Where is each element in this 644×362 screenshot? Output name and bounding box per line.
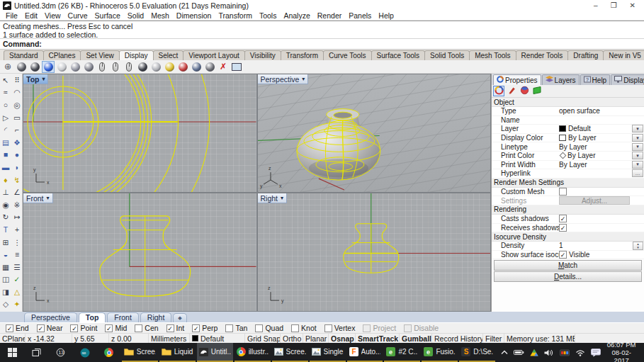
osnap-toggle-int[interactable]: ✓Int xyxy=(166,324,185,332)
menu-tools[interactable]: Tools xyxy=(256,11,281,20)
toolbar-tab-cplanes[interactable]: CPlanes xyxy=(43,50,81,60)
left-tool-icon-24[interactable]: T xyxy=(0,223,11,236)
viewport-tab-perspective[interactable]: Perspective xyxy=(24,312,77,322)
left-tool-icon-35[interactable]: △ xyxy=(11,285,23,298)
osnap-checkbox-mid[interactable]: ✓ xyxy=(105,324,113,332)
viewport-label-perspective[interactable]: Perspective▾ xyxy=(258,74,309,84)
drive-sync-icon[interactable] xyxy=(530,349,538,356)
osnap-toggle-point[interactable]: ✓Point xyxy=(70,324,97,332)
status-grid-snap[interactable]: Grid Snap xyxy=(245,334,281,343)
left-tool-icon-11[interactable]: ❖ xyxy=(11,136,23,149)
ellipsis-button[interactable]: … xyxy=(632,169,643,177)
status-record-history[interactable]: Record History xyxy=(432,334,483,343)
osnap-toggle-quad[interactable]: Quad xyxy=(255,324,283,332)
left-tool-icon-37[interactable]: ✦ xyxy=(11,298,23,311)
battery-icon[interactable] xyxy=(514,349,524,356)
command-history[interactable]: Creating meshes... Press Esc to cancel 1… xyxy=(0,21,644,39)
viewport-label-top[interactable]: Top▾ xyxy=(23,74,48,84)
volume-icon[interactable] xyxy=(544,349,554,356)
toolbar-tab-solid-tools[interactable]: Solid Tools xyxy=(424,50,470,60)
menu-transform[interactable]: Transform xyxy=(215,11,255,20)
left-tool-icon-26[interactable]: ⊞ xyxy=(0,236,11,249)
osnap-toggle-vertex[interactable]: Vertex xyxy=(324,324,356,332)
menu-analyze[interactable]: Analyze xyxy=(280,11,313,20)
panel-tab-properties[interactable]: Properties xyxy=(493,74,541,85)
panel-tab-display[interactable]: Display xyxy=(611,74,644,85)
chrome-launcher-icon[interactable] xyxy=(97,343,121,362)
taskbar-folder-liquid[interactable]: Liquid... xyxy=(159,343,196,362)
osnap-checkbox-tan[interactable] xyxy=(225,324,233,332)
status-cplane[interactable]: CPlane xyxy=(0,334,26,343)
left-tool-icon-7[interactable]: ▭ xyxy=(11,111,23,124)
viewport-label-front[interactable]: Front▾ xyxy=(23,193,53,203)
dropdown-button[interactable]: ▾ xyxy=(632,152,643,159)
status-gumball[interactable]: Gumball xyxy=(400,334,432,343)
osnap-toggle-cen[interactable]: Cen xyxy=(135,324,158,332)
left-tool-icon-2[interactable]: ≈ xyxy=(0,86,11,99)
small-spheres-icon[interactable] xyxy=(190,61,203,73)
mouse-left-button-icon[interactable] xyxy=(96,61,108,73)
paint-pencil-icon[interactable] xyxy=(506,86,517,96)
density-spinner[interactable]: ▴▾ xyxy=(633,242,643,250)
left-tool-icon-34[interactable]: ◨ xyxy=(0,285,11,298)
osnap-checkbox-knot[interactable] xyxy=(291,324,299,332)
osnap-toggle-project[interactable]: Project xyxy=(363,324,396,332)
status-smarttrack[interactable]: SmartTrack xyxy=(356,334,400,343)
menu-help[interactable]: Help xyxy=(375,11,397,20)
button-match[interactable]: Match xyxy=(494,260,642,271)
dropdown-button[interactable]: ▾ xyxy=(632,134,643,142)
taskbar-folder-screenshots[interactable]: Scree... xyxy=(122,343,158,362)
toolbar-tab-new-in-v5[interactable]: New in V5 xyxy=(603,50,644,60)
dropdown-button[interactable]: ▾ xyxy=(632,161,643,169)
left-tool-icon-5[interactable]: ◎ xyxy=(11,98,23,111)
osnap-toggle-near[interactable]: ✓Near xyxy=(37,324,63,332)
left-tool-icon-32[interactable]: ◫ xyxy=(0,273,11,286)
shaded-display-icon[interactable] xyxy=(15,61,28,73)
mouse-right-button-icon[interactable] xyxy=(123,61,135,73)
left-tool-icon-33[interactable]: ✓ xyxy=(11,273,23,286)
arduino-app-icon[interactable]: ∞ xyxy=(72,343,96,362)
button-details[interactable]: Details... xyxy=(494,271,642,282)
viewport-tab-top[interactable]: Top xyxy=(79,312,106,322)
taskbar-chrome-illustrator[interactable]: illustr... xyxy=(235,343,271,362)
taskbar-evernote-fusion[interactable]: eFusio... xyxy=(422,343,458,362)
toolbar-tab-standard[interactable]: Standard xyxy=(4,50,44,60)
clear-all-meshes-icon[interactable]: ✗ xyxy=(217,61,230,73)
left-tool-icon-28[interactable]: ◒ xyxy=(0,248,11,261)
ghosted-display-icon[interactable] xyxy=(55,61,68,73)
left-tool-icon-21[interactable]: ※ xyxy=(11,198,23,211)
minimize-button[interactable]: – xyxy=(594,2,598,9)
left-tool-icon-14[interactable]: ▬ xyxy=(0,161,11,174)
menu-render[interactable]: Render xyxy=(314,11,345,20)
toolbar-tab-curve-tools[interactable]: Curve Tools xyxy=(323,50,372,60)
pen-display-icon[interactable] xyxy=(149,61,162,73)
checkbox-show-surface-isocurve[interactable]: ✓ xyxy=(559,251,567,259)
wireframe-display-icon[interactable]: ⊕ xyxy=(1,61,14,73)
osnap-checkbox-quad[interactable] xyxy=(255,324,263,332)
start-button[interactable] xyxy=(0,343,24,362)
taskbar-clock[interactable]: 06:07 PM08-02-2017 xyxy=(606,343,644,362)
toolbar-tab-render-tools[interactable]: Render Tools xyxy=(516,50,569,60)
osnap-toggle-end[interactable]: ✓End xyxy=(6,324,29,332)
osnap-checkbox-end[interactable]: ✓ xyxy=(6,324,13,332)
viewport-label-right[interactable]: Right▾ xyxy=(258,193,288,203)
viewport-tab-front[interactable]: Front xyxy=(107,312,139,322)
mouse-middle-button-icon[interactable] xyxy=(109,61,122,73)
toolbar-tab-select[interactable]: Select xyxy=(153,50,184,60)
left-tool-icon-3[interactable]: ◠ xyxy=(11,86,23,99)
refresh-display-monitor-icon[interactable] xyxy=(230,61,243,73)
left-tool-icon-8[interactable]: ◜ xyxy=(0,123,11,136)
tray-chevron-icon[interactable] xyxy=(501,350,508,356)
osnap-checkbox-perp[interactable]: ✓ xyxy=(192,324,200,332)
material-ball-icon[interactable] xyxy=(519,86,530,96)
panel-tab-layers[interactable]: Layers xyxy=(542,74,580,85)
shaded-mode-active-icon[interactable] xyxy=(42,61,55,73)
viewport-top[interactable]: y x Top▾ xyxy=(23,74,256,192)
menu-edit[interactable]: Edit xyxy=(21,11,41,20)
checkbox-custom-mesh[interactable] xyxy=(559,188,567,196)
taskbar-sublime-dse[interactable]: SD:\Se... xyxy=(459,343,495,362)
taskbar-photos-single[interactable]: Single... xyxy=(310,343,346,362)
restore-button[interactable]: ❐ xyxy=(611,2,617,9)
menu-surface[interactable]: Surface xyxy=(91,11,124,20)
close-button[interactable]: ✕ xyxy=(630,2,635,9)
